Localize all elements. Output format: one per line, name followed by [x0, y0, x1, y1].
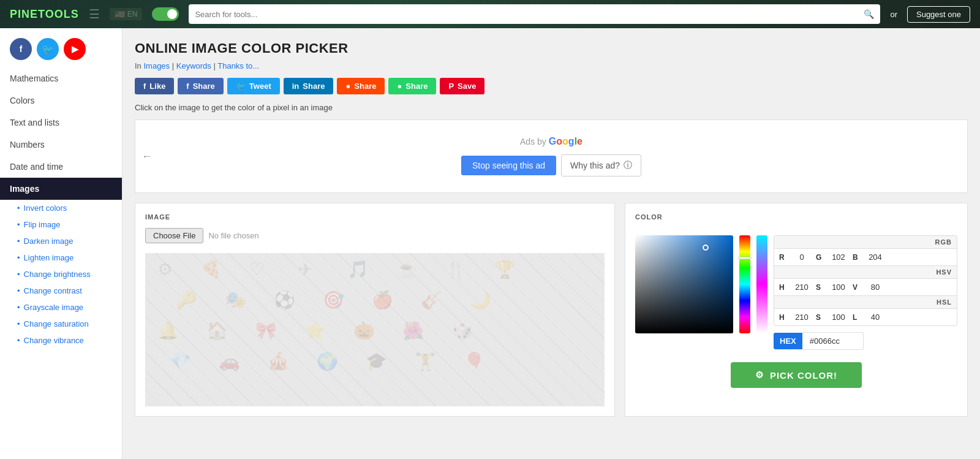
hex-label: HEX — [774, 333, 802, 349]
sidebar-item-mathematics[interactable]: Mathematics — [0, 67, 122, 89]
v-value-hsv: 80 — [866, 283, 884, 292]
h-label-hsl: H — [779, 313, 788, 322]
hsl-row: H 210 S 100 L 40 — [774, 309, 957, 325]
breadcrumb-keywords[interactable]: Keywords — [176, 61, 211, 70]
color-panel: COLOR RGB — [625, 203, 968, 417]
sidebar-sub-change-contrast[interactable]: Change contrast — [0, 283, 122, 299]
b-value: 204 — [866, 252, 884, 262]
page-title: ONLINE IMAGE COLOR PICKER — [135, 40, 968, 56]
image-canvas[interactable]: ⚙ 🍕 ♡ ✈ 🎵 ☕ 🍴 🏆 🔑 🎭 ⚽ 🎯 🍎 🎸 — [145, 253, 605, 406]
color-panel-label: COLOR — [635, 213, 957, 221]
main-content: ONLINE IMAGE COLOR PICKER In Images | Ke… — [123, 28, 980, 459]
no-file-text: No file chosen — [208, 231, 258, 240]
hsv-header: HSV — [774, 266, 957, 279]
share-facebook-button[interactable]: f Share — [178, 78, 223, 94]
info-icon: ⓘ — [624, 160, 632, 171]
breadcrumb-images[interactable]: Images — [143, 61, 170, 70]
sidebar-sub-grayscale-image[interactable]: Grayscale image — [0, 299, 122, 316]
choose-file-button[interactable]: Choose File — [145, 228, 203, 243]
color-values: RGB R 0 G 102 B 204 HSV H — [774, 235, 957, 350]
save-pinterest-button[interactable]: P Save — [440, 78, 484, 94]
breadcrumb: In Images | Keywords | Thanks to... — [135, 61, 968, 70]
tool-area: IMAGE Choose File No file chosen ⚙ 🍕 ♡ ✈… — [135, 203, 968, 417]
hsv-row: H 210 S 100 V 80 — [774, 279, 957, 296]
pick-btn-area: ⚙ PICK COLOR! — [635, 362, 957, 388]
pick-color-button[interactable]: ⚙ PICK COLOR! — [731, 362, 862, 388]
facebook-share-icon: f — [186, 82, 189, 91]
theme-toggle[interactable] — [152, 7, 179, 21]
v-label-hsv: V — [853, 283, 861, 292]
sidebar-sub-change-vibrance[interactable]: Change vibrance — [0, 332, 122, 349]
sidebar-sub-change-saturation[interactable]: Change saturation — [0, 316, 122, 332]
share-bar: f Like f Share 🐦 Tweet in Share ● Share … — [135, 78, 968, 94]
logo: PINETOOLS — [10, 8, 79, 21]
pinterest-icon: P — [448, 82, 454, 91]
reddit-icon: ● — [345, 82, 350, 91]
hex-value: #0066cc — [802, 332, 864, 350]
r-label: R — [779, 253, 788, 262]
hue-strip[interactable] — [739, 235, 750, 333]
b-label: B — [853, 253, 861, 262]
h-label-hsv: H — [779, 283, 788, 292]
opacity-strip[interactable] — [756, 235, 767, 333]
s-value-hsl: 100 — [829, 313, 848, 322]
h-value-hsv: 210 — [793, 283, 811, 292]
image-panel-label: IMAGE — [145, 213, 605, 221]
sidebar-item-colors[interactable]: Colors — [0, 89, 122, 112]
tweet-button[interactable]: 🐦 Tweet — [227, 78, 280, 94]
share-linkedin-button[interactable]: in Share — [284, 78, 334, 94]
facebook-button[interactable]: f — [10, 38, 32, 60]
h-value-hsl: 210 — [793, 313, 811, 322]
ads-by-google: Ads by Google — [520, 136, 582, 147]
why-ad-button[interactable]: Why this ad? ⓘ — [561, 154, 641, 176]
share-reddit-button[interactable]: ● Share — [337, 78, 385, 94]
g-value: 102 — [829, 252, 848, 262]
sidebar-sub-lighten-image[interactable]: Lighten image — [0, 249, 122, 266]
like-button[interactable]: f Like — [135, 78, 174, 94]
instruction-text: Click on the image to get the color of a… — [135, 103, 968, 112]
sidebar-sub-invert-colors[interactable]: Invert colors — [0, 200, 122, 216]
sidebar-sub-darken-image[interactable]: Darken image — [0, 233, 122, 249]
rgb-row: R 0 G 102 B 204 — [774, 249, 957, 266]
search-input[interactable] — [195, 10, 864, 19]
stop-ad-button[interactable]: Stop seeing this ad — [461, 156, 556, 175]
ad-left-arrow[interactable]: ← — [141, 150, 153, 163]
hex-row: HEX #0066cc — [774, 332, 957, 350]
share-whatsapp-button[interactable]: ● Share — [388, 78, 436, 94]
sidebar-item-text-and-lists[interactable]: Text and lists — [0, 112, 122, 134]
l-value-hsl: 40 — [866, 313, 884, 322]
sidebar-item-numbers[interactable]: Numbers — [0, 134, 122, 156]
sidebar-item-images[interactable]: Images — [0, 178, 122, 200]
gradient-cursor — [703, 245, 709, 251]
g-label: G — [816, 253, 824, 262]
facebook-like-icon: f — [143, 82, 146, 91]
canvas-watermark: ⚙ 🍕 ♡ ✈ 🎵 ☕ 🍴 🏆 🔑 🎭 ⚽ 🎯 🍎 🎸 — [145, 253, 605, 406]
twitter-button[interactable]: 🐦 — [37, 38, 59, 60]
youtube-button[interactable]: ▶ — [64, 38, 86, 60]
s-value-hsv: 100 — [829, 283, 848, 292]
sidebar-item-date-and-time[interactable]: Date and time — [0, 156, 122, 178]
whatsapp-icon: ● — [397, 82, 402, 91]
twitter-icon: 🐦 — [236, 82, 246, 91]
color-gradient[interactable] — [635, 235, 733, 333]
sidebar-sub-change-brightness[interactable]: Change brightness — [0, 266, 122, 283]
linkedin-icon: in — [292, 82, 300, 91]
gear-icon: ⚙ — [755, 370, 764, 381]
l-label-hsl: L — [853, 313, 861, 322]
ad-area: ← Ads by Google Stop seeing this ad Why … — [135, 119, 968, 193]
search-icon: 🔍 — [864, 9, 874, 19]
hue-indicator — [738, 257, 752, 259]
suggest-button[interactable]: Suggest one — [907, 6, 970, 23]
google-text: Google — [549, 136, 582, 147]
sidebar-sub-flip-image[interactable]: Flip image — [0, 216, 122, 233]
or-text: or — [890, 10, 897, 19]
color-values-grid: RGB R 0 G 102 B 204 HSV H — [774, 235, 957, 326]
main-layout: f 🐦 ▶ Mathematics Colors Text and lists … — [0, 28, 980, 459]
file-input-area: Choose File No file chosen — [145, 228, 605, 243]
color-picker-area: RGB R 0 G 102 B 204 HSV H — [635, 235, 957, 350]
image-panel: IMAGE Choose File No file chosen ⚙ 🍕 ♡ ✈… — [135, 203, 615, 417]
ad-buttons: Stop seeing this ad Why this ad? ⓘ — [461, 154, 641, 176]
top-nav: PINETOOLS ☰ 🇺🇸 EN 🔍 or Suggest one — [0, 0, 980, 28]
r-value: 0 — [793, 252, 811, 262]
breadcrumb-thanks[interactable]: Thanks to... — [217, 61, 259, 70]
